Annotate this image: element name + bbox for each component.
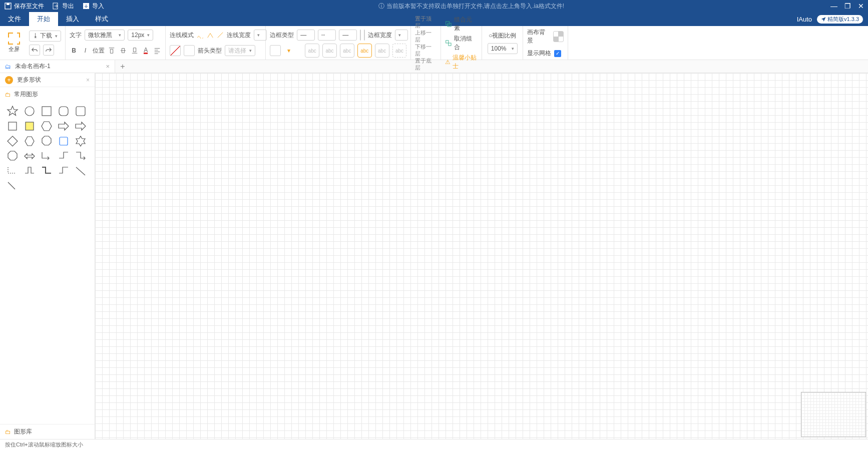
dropper-button[interactable]: ▾	[284, 45, 294, 56]
shape-rect-yellow[interactable]	[22, 120, 37, 133]
titlebar: 保存至文件 导出 导入 ⓘ当前版本暂不支持双击单独打开文件,请点击左上角导入.i…	[0, 0, 868, 12]
shape-diag2[interactable]	[5, 180, 20, 193]
text-pos-6[interactable]: abc	[392, 44, 407, 58]
shape-diamond[interactable]	[5, 135, 20, 148]
doc-tree-icon: 🗂	[5, 63, 11, 70]
download-select[interactable]: ⭳ 下载▾	[29, 31, 61, 42]
position-label: 位置	[93, 47, 105, 55]
bg-label: 画布背景	[527, 28, 550, 45]
close-button[interactable]: ✕	[858, 2, 864, 10]
sidebar: + 更多形状 × 🗀 常用图形	[0, 73, 95, 439]
shape-hexagon2[interactable]	[22, 135, 37, 148]
line-style-button[interactable]	[184, 45, 195, 56]
add-tab-button[interactable]: +	[115, 60, 130, 73]
grid-checkbox[interactable]: ✓	[554, 50, 561, 57]
menu-file[interactable]: 文件	[0, 12, 29, 26]
shape-elbow1[interactable]	[39, 150, 54, 163]
linewidth-select[interactable]: ▾	[254, 30, 267, 41]
border-color2[interactable]	[364, 30, 365, 41]
import-button[interactable]: 导入	[82, 2, 104, 11]
italic-button[interactable]: I	[81, 45, 90, 56]
border-color1[interactable]	[360, 30, 361, 41]
app-name: IAuto	[797, 16, 812, 23]
bold-button[interactable]: B	[70, 45, 78, 56]
version-pill[interactable]: 精简版v1.3.3	[817, 15, 863, 24]
bg-picker[interactable]	[553, 31, 564, 42]
shape-roundrect2[interactable]	[73, 105, 88, 118]
shape-step2[interactable]	[56, 165, 71, 178]
border-solid[interactable]: —	[297, 30, 315, 41]
fullscreen-button[interactable]: 全屏	[4, 33, 24, 53]
border-dash[interactable]: ┄	[318, 30, 336, 41]
layer-order[interactable]: 置于顶层 上移一层 下移一层 置于底层	[415, 15, 437, 71]
shape-dashelbow[interactable]	[5, 165, 20, 178]
save-button[interactable]: 保存至文件	[4, 2, 44, 11]
doc-tab-1[interactable]: 🗂 未命名画布-1 ×	[0, 60, 115, 73]
shape-square[interactable]	[39, 105, 54, 118]
sidebar-more-shapes[interactable]: + 更多形状 ×	[0, 73, 95, 87]
menu-style[interactable]: 样式	[87, 12, 116, 26]
svg-point-8	[25, 107, 34, 116]
shape-doublearrow[interactable]	[22, 150, 37, 163]
align-text-button[interactable]	[153, 45, 162, 56]
maximize-button[interactable]: ❐	[844, 2, 851, 10]
text-pos-1[interactable]: abc	[305, 44, 319, 58]
shape-zigzag[interactable]	[22, 165, 37, 178]
shape-elbow2[interactable]	[56, 150, 71, 163]
shape-hexagon[interactable]	[39, 120, 54, 133]
arrow-select[interactable]: 请选择▾	[225, 45, 255, 56]
shape-rect-small[interactable]	[5, 120, 20, 133]
shape-octagon2[interactable]	[5, 150, 20, 163]
align-bottom-button[interactable]	[130, 45, 139, 56]
tip-button[interactable]: ⚠ 温馨小贴士	[445, 54, 478, 71]
text-pos-2[interactable]: abc	[322, 44, 337, 58]
redo-button[interactable]	[43, 45, 54, 56]
line-color-button[interactable]	[170, 45, 181, 56]
font-color-button[interactable]: A	[142, 45, 150, 56]
shape-step[interactable]	[39, 165, 54, 178]
shape-arrow-right2[interactable]	[73, 120, 88, 133]
shape-circle[interactable]	[22, 105, 37, 118]
menu-insert[interactable]: 插入	[58, 12, 87, 26]
canvas[interactable]	[95, 73, 868, 439]
group-icon	[445, 21, 452, 28]
align-top-button[interactable]	[108, 45, 116, 56]
shape-elbow3[interactable]	[73, 150, 88, 163]
line-curve-icon	[197, 32, 204, 39]
fontsize-select[interactable]: 12px▾	[128, 30, 153, 41]
text-pos-4[interactable]: abc	[357, 44, 372, 58]
plus-icon: +	[5, 76, 13, 84]
minimize-button[interactable]: —	[830, 2, 837, 10]
sidebar-common[interactable]: 🗀 常用图形	[0, 87, 95, 102]
border-none[interactable]: —	[339, 30, 357, 41]
shape-arrow-right[interactable]	[56, 120, 71, 133]
ungroup-button[interactable]: 取消组合	[445, 35, 478, 52]
sidebar-lib[interactable]: 🗀 图形库	[0, 424, 95, 439]
save-icon	[4, 2, 12, 10]
shape-star[interactable]	[5, 105, 20, 118]
shape-star6[interactable]	[73, 135, 88, 148]
font-select[interactable]: 微软雅黑▾	[85, 30, 125, 41]
shape-roundrect[interactable]	[56, 105, 71, 118]
fill-color-button[interactable]	[270, 45, 280, 56]
text-pos-5[interactable]: abc	[375, 44, 389, 58]
undo-button[interactable]	[29, 45, 40, 56]
line-straight-button[interactable]	[217, 30, 224, 41]
line-straight-icon	[217, 32, 224, 39]
status-hint: 按住Ctrl+滚动鼠标缩放图标大小	[5, 441, 83, 448]
zoom-select[interactable]: 100%▾	[488, 43, 518, 54]
shape-octagon[interactable]	[39, 135, 54, 148]
shape-roundsquare[interactable]	[56, 135, 71, 148]
line-poly-button[interactable]	[207, 30, 214, 41]
doc-tab-close[interactable]: ×	[106, 63, 110, 70]
sidebar-collapse[interactable]: ×	[86, 77, 90, 84]
align-vmid-button[interactable]	[119, 45, 128, 56]
minimap[interactable]	[801, 392, 866, 437]
export-button[interactable]: 导出	[52, 2, 74, 11]
group-button[interactable]: 组合元素	[445, 16, 478, 33]
shape-diag[interactable]	[73, 165, 88, 178]
text-pos-3[interactable]: abc	[340, 44, 354, 58]
menu-start[interactable]: 开始	[29, 12, 58, 26]
borderwidth-select[interactable]: ▾	[395, 30, 408, 41]
line-curve-button[interactable]	[197, 30, 204, 41]
